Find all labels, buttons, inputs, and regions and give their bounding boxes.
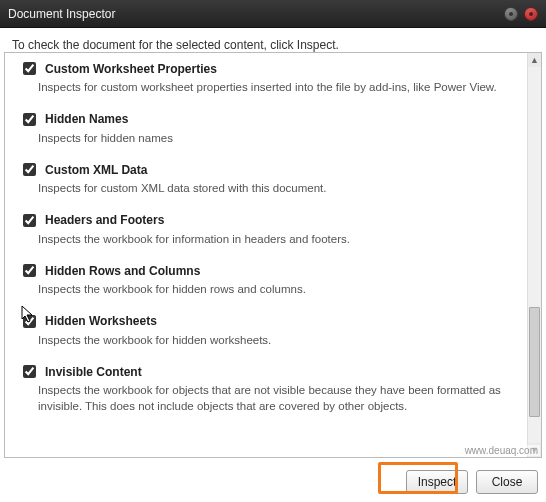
item-hidden-rows-and-columns: Hidden Rows and Columns Inspects the wor… — [19, 261, 519, 298]
item-desc: Inspects the workbook for hidden workshe… — [38, 333, 508, 349]
item-desc: Inspects for custom XML data stored with… — [38, 181, 508, 197]
item-title: Headers and Footers — [45, 213, 164, 227]
item-title: Hidden Worksheets — [45, 314, 157, 328]
scroll-up-arrow-icon[interactable]: ▲ — [528, 53, 541, 67]
item-desc: Inspects for custom worksheet properties… — [38, 80, 508, 96]
titlebar: Document Inspector — [0, 0, 546, 28]
item-hidden-names: Hidden Names Inspects for hidden names — [19, 110, 519, 147]
checkbox-invisible-content[interactable] — [23, 365, 36, 378]
titlebar-controls — [504, 7, 538, 21]
dialog-button-bar: Inspect Close — [406, 470, 538, 494]
inspection-list-panel: Custom Worksheet Properties Inspects for… — [4, 52, 542, 458]
checkbox-custom-worksheet-properties[interactable] — [23, 62, 36, 75]
checkbox-custom-xml-data[interactable] — [23, 163, 36, 176]
help-button[interactable] — [504, 7, 518, 21]
item-headers-and-footers: Headers and Footers Inspects the workboo… — [19, 211, 519, 248]
item-desc: Inspects the workbook for information in… — [38, 232, 508, 248]
item-title: Hidden Rows and Columns — [45, 264, 200, 278]
item-desc: Inspects the workbook for objects that a… — [38, 383, 508, 414]
scroll-thumb[interactable] — [529, 307, 540, 417]
watermark-text: www.deuaq.com — [463, 445, 540, 456]
item-desc: Inspects the workbook for hidden rows an… — [38, 282, 508, 298]
close-button[interactable]: Close — [476, 470, 538, 494]
item-hidden-worksheets: Hidden Worksheets Inspects the workbook … — [19, 312, 519, 349]
item-desc: Inspects for hidden names — [38, 131, 508, 147]
scroll-track[interactable] — [528, 67, 541, 443]
item-title: Invisible Content — [45, 365, 142, 379]
vertical-scrollbar[interactable]: ▲ ▼ — [527, 53, 541, 457]
item-custom-xml-data: Custom XML Data Inspects for custom XML … — [19, 160, 519, 197]
item-title: Custom Worksheet Properties — [45, 62, 217, 76]
item-custom-worksheet-properties: Custom Worksheet Properties Inspects for… — [19, 59, 519, 96]
checkbox-headers-and-footers[interactable] — [23, 214, 36, 227]
checkbox-hidden-names[interactable] — [23, 113, 36, 126]
item-title: Custom XML Data — [45, 163, 147, 177]
checkbox-hidden-rows-and-columns[interactable] — [23, 264, 36, 277]
inspection-items: Custom Worksheet Properties Inspects for… — [5, 53, 527, 457]
item-invisible-content: Invisible Content Inspects the workbook … — [19, 362, 519, 414]
inspect-button[interactable]: Inspect — [406, 470, 468, 494]
close-window-button[interactable] — [524, 7, 538, 21]
window-title: Document Inspector — [8, 7, 115, 21]
checkbox-hidden-worksheets[interactable] — [23, 315, 36, 328]
item-title: Hidden Names — [45, 112, 128, 126]
